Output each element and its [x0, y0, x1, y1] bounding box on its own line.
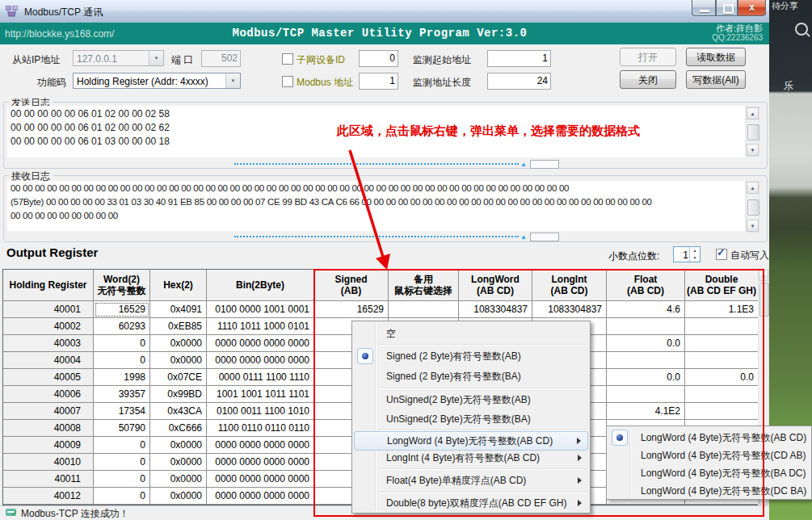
cell-hex[interactable]: 0x0000 [150, 437, 207, 454]
hscroll-thumb-icon[interactable]: ▲ [520, 233, 527, 241]
cell-bin[interactable]: 0100 0000 1001 0001 [207, 301, 314, 318]
cell-reg[interactable]: 40005 [3, 369, 94, 386]
cell-word[interactable]: 60293 [94, 318, 150, 335]
cell-bin[interactable]: 0000 0000 0000 0000 [207, 437, 314, 454]
submenu-item[interactable]: LongWord (4 Byte)无符号整数(AB CD) [608, 429, 810, 447]
autowrite-checkbox[interactable]: ✓ [716, 249, 727, 260]
recv-log-scrollbar[interactable]: ▲ ▼ [746, 181, 759, 233]
port-input[interactable]: 502 [201, 50, 241, 67]
scroll-down-icon[interactable]: ▼ [747, 220, 759, 232]
function-code-combobox[interactable]: Holding Register (Addr: 4xxxx) ▼ [73, 73, 241, 89]
cell-bin[interactable]: 0000 0111 1100 1110 [207, 369, 314, 386]
cell-hex[interactable]: 0x0000 [150, 352, 207, 369]
cell-double[interactable] [685, 403, 759, 420]
cell-float[interactable]: 4.1E2 [607, 403, 685, 420]
cell-double[interactable] [685, 352, 759, 369]
subnet-id-checkbox[interactable] [282, 53, 293, 65]
cell-bin[interactable]: 0000 0000 0000 0000 [207, 335, 314, 352]
modbus-address-input[interactable]: 1 [359, 73, 398, 90]
menu-item[interactable]: Float(4 Byte)单精度浮点(AB CD) [354, 471, 588, 490]
cell-float[interactable] [607, 386, 685, 403]
cell-word[interactable]: 17354 [94, 403, 150, 420]
menu-item[interactable]: LongInt (4 Byte)有符号整数(AB CD) [354, 449, 588, 467]
monitor-length-input[interactable]: 24 [487, 73, 551, 90]
menu-item[interactable]: Signed (2 Byte)有符号整数(BA) [354, 367, 588, 386]
close-button[interactable]: x [738, 0, 766, 16]
cell-float[interactable] [607, 352, 685, 369]
cell-hex[interactable]: 0x0000 [150, 454, 207, 471]
cell-float[interactable]: 0.0 [607, 369, 685, 386]
cell-bin[interactable]: 1100 0110 0110 0110 [207, 420, 314, 437]
scroll-up-icon[interactable]: ▲ [747, 182, 759, 194]
cell-reg[interactable]: 40012 [3, 488, 94, 505]
cell-hex[interactable]: 0x99BD [150, 386, 207, 403]
cell-float[interactable] [607, 318, 685, 335]
cell-bin[interactable]: 0100 0011 1100 1010 [207, 403, 314, 420]
submenu-item[interactable]: LongWord (4 Byte)无符号整数(CD AB) [608, 447, 810, 464]
scroll-up-icon[interactable]: ▲ [759, 270, 768, 281]
cell-word[interactable]: 16529 [94, 301, 150, 318]
cell-signed[interactable]: 16529 [314, 301, 389, 318]
scroll-up-icon[interactable]: ▲ [747, 107, 759, 120]
cell-reg[interactable]: 40001 [3, 301, 94, 318]
cell-reg[interactable]: 40007 [3, 403, 94, 420]
cell-bin[interactable]: 1110 1011 1000 0101 [207, 318, 314, 335]
submenu-item[interactable]: LongWord (4 Byte)无符号整数(BA DC) [608, 464, 810, 482]
menu-item[interactable]: LongWord (4 Byte)无符号整数(AB CD) [354, 431, 588, 451]
open-button[interactable]: 打开 [620, 48, 676, 66]
cell-bin[interactable]: 0000 0000 0000 0000 [207, 352, 314, 369]
cell-reg[interactable]: 40002 [3, 318, 94, 335]
cell-double[interactable] [685, 318, 759, 335]
cell-double[interactable]: 0.0 [685, 369, 759, 386]
cell-reg[interactable]: 40011 [3, 471, 94, 488]
cell-reg[interactable]: 40006 [3, 386, 94, 403]
scroll-down-icon[interactable]: ▼ [747, 144, 759, 156]
cell-float[interactable]: 0.0 [607, 335, 685, 352]
subnet-id-input[interactable]: 0 [359, 50, 398, 67]
cell-word[interactable]: 0 [94, 335, 150, 352]
cell-bin[interactable]: 1001 1001 1011 1101 [207, 386, 314, 403]
cell-hex[interactable]: 0x43CA [150, 403, 207, 420]
cell-backup[interactable] [389, 301, 459, 318]
cell-float[interactable]: 4.6 [607, 301, 685, 318]
submenu-item[interactable]: LongWord (4 Byte)无符号整数(DC BA) [608, 482, 810, 500]
cell-word[interactable]: 0 [94, 352, 150, 369]
cell-longword[interactable]: 1083304837 [459, 301, 532, 318]
cell-hex[interactable]: 0x0000 [150, 488, 207, 505]
scroll-thumb[interactable] [747, 124, 759, 140]
hscroll-track[interactable] [530, 233, 559, 241]
menu-item[interactable]: Signed (2 Byte)有符号整数(AB) [354, 346, 588, 366]
start-address-input[interactable]: 1 [487, 50, 551, 67]
menu-item[interactable]: UnSigned(2 Byte)无符号整数(AB) [354, 390, 588, 409]
hscroll-thumb-icon[interactable]: ▲ [520, 161, 527, 168]
title-bar[interactable]: Modbus/TCP 通讯 x [0, 0, 769, 23]
decimal-places-spinner[interactable]: 1 ▲ ▼ [673, 246, 701, 262]
menu-item[interactable]: 空 [354, 324, 588, 342]
menu-item[interactable]: Double(8 byte)双精度浮点(AB CD EF GH) [354, 493, 588, 513]
cell-word[interactable]: 0 [94, 437, 150, 454]
cell-reg[interactable]: 40003 [3, 335, 94, 352]
cell-reg[interactable]: 40008 [3, 420, 94, 437]
cell-bin[interactable]: 0000 0000 0000 0000 [207, 454, 314, 471]
search-icon[interactable] [795, 23, 808, 36]
hscroll-track[interactable] [530, 160, 559, 169]
read-data-button[interactable]: 读取数据 [686, 48, 746, 66]
cell-hex[interactable]: 0xC666 [150, 420, 207, 437]
cell-bin[interactable]: 0000 0000 0000 0000 [207, 488, 314, 505]
cell-double[interactable] [685, 386, 759, 403]
cell-bin[interactable]: 0000 0000 0000 0000 [207, 471, 314, 488]
spin-up-icon[interactable]: ▲ [690, 247, 700, 254]
cell-word[interactable]: 39357 [94, 386, 150, 403]
send-log-scrollbar[interactable]: ▲ ▼ [746, 107, 759, 157]
send-log-hscroll[interactable] [234, 163, 519, 165]
minimize-button[interactable] [692, 0, 716, 16]
spin-down-icon[interactable]: ▼ [690, 254, 700, 262]
recv-log-hscroll[interactable] [234, 236, 519, 237]
menu-item[interactable]: UnSigned(2 Byte)无符号整数(BA) [354, 409, 588, 428]
cell-hex[interactable]: 0xEB85 [150, 318, 207, 335]
cell-reg[interactable]: 40010 [3, 454, 94, 471]
cell-reg[interactable]: 40004 [3, 352, 94, 369]
cell-word[interactable]: 1998 [94, 369, 150, 386]
cell-hex[interactable]: 0x4091 [150, 301, 207, 318]
cell-double[interactable]: 1.1E3 [685, 301, 759, 318]
